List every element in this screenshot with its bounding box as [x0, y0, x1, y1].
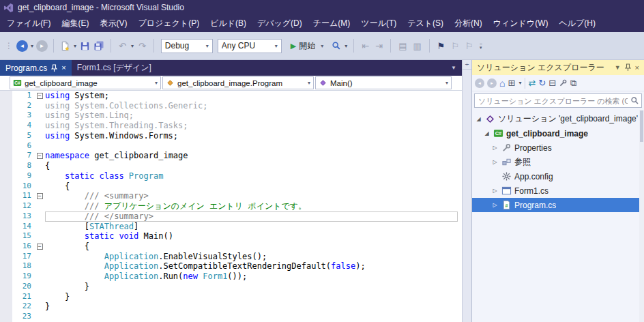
menu-item-file[interactable]: ファイル(F) — [1, 15, 56, 32]
save-button[interactable] — [79, 40, 91, 52]
breakpoint-margin[interactable] — [0, 201, 12, 211]
code-text[interactable]: using System.Linq; — [45, 111, 458, 121]
bookmark-button[interactable]: ⚑ — [435, 41, 448, 51]
breakpoint-margin[interactable] — [0, 141, 12, 151]
refresh-icon[interactable]: ↻ — [538, 78, 546, 88]
code-line-1[interactable]: 1−using System; — [0, 91, 462, 101]
redo-button[interactable]: ↷ — [136, 41, 148, 51]
menu-item-help[interactable]: ヘルプ(H) — [553, 15, 601, 32]
code-text[interactable]: static class Program — [45, 171, 458, 181]
code-line-23[interactable]: 23 — [0, 312, 462, 322]
code-line-14[interactable]: 14 [STAThread] — [0, 222, 462, 232]
code-text[interactable]: static void Main() — [45, 231, 458, 241]
window-position-chevron-icon[interactable]: ▼ — [613, 64, 623, 71]
expander-collapsed-icon[interactable]: ▷ — [491, 145, 499, 151]
code-text[interactable]: { — [45, 241, 458, 252]
new-file-button[interactable] — [59, 40, 71, 52]
comment-button[interactable]: ▤ — [396, 41, 409, 51]
tab-program-cs[interactable]: Program.cs × — [0, 60, 72, 76]
document-list-chevron-icon[interactable]: ▼ — [445, 65, 462, 71]
toolbar-overflow-button[interactable]: −▾ — [478, 42, 484, 49]
collapse-region-icon[interactable]: − — [37, 153, 43, 159]
breakpoint-margin[interactable] — [0, 121, 12, 131]
new-file-dropdown-icon[interactable]: ▾ — [74, 43, 76, 49]
solution-platform-dropdown[interactable]: Any CPU ▾ — [218, 39, 282, 53]
breakpoint-margin[interactable] — [0, 282, 12, 292]
menu-item-build[interactable]: ビルド(B) — [205, 15, 252, 32]
breakpoint-margin[interactable] — [0, 131, 12, 141]
code-text[interactable]: namespace get_clipboard_image — [45, 151, 458, 161]
code-text[interactable]: { — [45, 161, 458, 171]
next-bookmark-button[interactable]: ⚐ — [463, 41, 475, 51]
show-all-files-dropdown-icon[interactable]: ▾ — [518, 80, 521, 86]
code-text[interactable]: } — [45, 292, 458, 302]
menu-item-view[interactable]: 表示(V) — [94, 15, 132, 32]
code-text[interactable]: using System.Collections.Generic; — [45, 101, 458, 111]
breakpoint-margin[interactable] — [0, 91, 12, 101]
menu-item-tools[interactable]: ツール(T) — [355, 15, 402, 32]
code-line-19[interactable]: 19 Application.Run(new Form1()); — [0, 272, 462, 282]
code-text[interactable]: } — [45, 282, 458, 292]
code-text[interactable] — [45, 312, 458, 322]
code-line-11[interactable]: 11− /// <summary> — [0, 191, 462, 201]
collapse-region-icon[interactable]: − — [37, 93, 43, 99]
navigate-back-dropdown-icon[interactable]: ▾ — [31, 43, 33, 49]
close-icon[interactable]: × — [61, 64, 65, 72]
breakpoint-margin[interactable] — [0, 111, 12, 121]
breakpoint-margin[interactable] — [0, 302, 12, 312]
code-line-3[interactable]: 3using System.Linq; — [0, 111, 462, 121]
tree-item-program[interactable]: ▷#Program.cs — [472, 198, 644, 212]
sync-with-active-document-icon[interactable]: ⇄ — [528, 78, 536, 88]
menu-item-debug[interactable]: デバッグ(D) — [252, 15, 308, 32]
code-text[interactable]: Application.SetCompatibleTextRenderingDe… — [45, 261, 458, 272]
code-line-9[interactable]: 9 static class Program — [0, 171, 462, 181]
solution-explorer-scrollbar[interactable] — [639, 110, 644, 322]
menu-item-edit[interactable]: 編集(E) — [56, 15, 94, 32]
menu-item-analyze[interactable]: 分析(N) — [449, 15, 488, 32]
code-text[interactable]: Application.Run(new Form1()); — [45, 272, 458, 282]
breakpoint-margin[interactable] — [0, 292, 12, 302]
start-debug-button[interactable]: ▶ 開始 ▾ — [287, 39, 327, 53]
tree-item-properties[interactable]: ▷Properties — [472, 141, 644, 155]
previous-bookmark-button[interactable]: ⚐ — [449, 41, 461, 51]
find-button[interactable] — [331, 40, 342, 51]
breakpoint-margin[interactable] — [0, 101, 12, 111]
code-editor[interactable]: 1−using System;2using System.Collections… — [0, 91, 462, 322]
code-text[interactable]: } — [45, 302, 458, 312]
split-handle-icon[interactable]: ÷ — [463, 60, 471, 70]
title-bar[interactable]: get_clipboard_image - Microsoft Visual S… — [0, 0, 644, 15]
tree-item-form1[interactable]: ▷Form1.cs — [472, 184, 644, 198]
breakpoint-margin[interactable] — [0, 312, 12, 322]
breakpoint-margin[interactable] — [0, 222, 12, 232]
home-icon[interactable]: ⌂ — [499, 78, 505, 88]
menu-item-window[interactable]: ウィンドウ(W) — [488, 15, 554, 32]
code-text[interactable]: using System.Threading.Tasks; — [45, 121, 458, 131]
code-line-15[interactable]: 15 static void Main() — [0, 231, 462, 241]
pin-icon[interactable] — [623, 63, 633, 72]
code-line-6[interactable]: 6 — [0, 141, 462, 151]
decrease-indent-button[interactable]: ⇤ — [360, 41, 371, 51]
expander-expanded-icon[interactable]: ◢ — [483, 130, 491, 136]
pin-icon[interactable] — [51, 64, 57, 72]
collapse-region-icon[interactable]: − — [37, 193, 43, 199]
expander-collapsed-icon[interactable]: ▷ — [491, 159, 499, 165]
breakpoint-margin[interactable] — [0, 211, 12, 222]
breakpoint-margin[interactable] — [0, 171, 12, 181]
breakpoint-margin[interactable] — [0, 161, 12, 171]
show-all-files-icon[interactable]: ⊞ — [508, 78, 515, 88]
type-dropdown[interactable]: get_clipboard_image.Program ▾ — [162, 76, 314, 89]
menu-item-project[interactable]: プロジェクト(P) — [132, 15, 205, 32]
code-line-8[interactable]: 8{ — [0, 161, 462, 171]
project-dropdown[interactable]: C# get_clipboard_image ▾ — [10, 76, 161, 89]
tree-item-app-config[interactable]: App.config — [472, 169, 644, 184]
navigate-forward-button[interactable]: ► — [36, 40, 48, 52]
properties-icon[interactable] — [559, 78, 568, 87]
breakpoint-margin[interactable] — [0, 231, 12, 241]
tree-item-project[interactable]: ◢C#get_clipboard_image — [472, 126, 644, 141]
tree-item-solution[interactable]: ◢ソリューション 'get_clipboard_image' — [472, 112, 644, 126]
code-text[interactable]: /// アプリケーションのメイン エントリ ポイントです。 — [45, 201, 458, 211]
expander-collapsed-icon[interactable]: ▷ — [491, 188, 499, 194]
code-line-10[interactable]: 10 { — [0, 181, 462, 192]
code-line-7[interactable]: 7−namespace get_clipboard_image — [0, 151, 462, 161]
member-dropdown[interactable]: Main() ▾ — [315, 76, 452, 89]
